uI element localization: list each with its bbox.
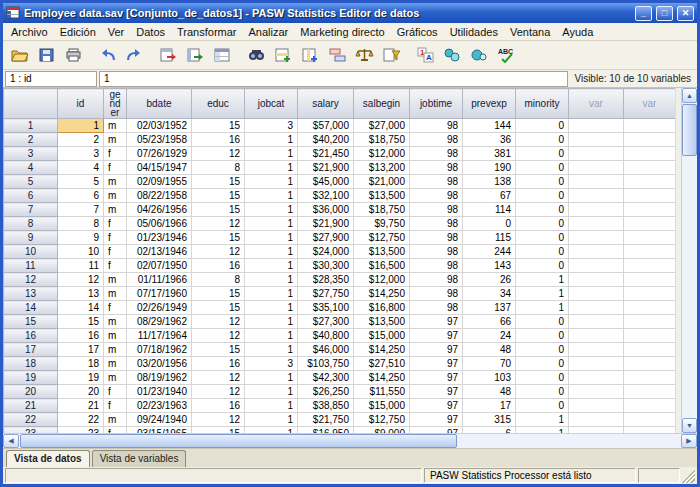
show-all-variables-icon[interactable] [466,42,493,68]
cell[interactable]: 98 [410,245,463,259]
cell[interactable] [624,315,676,329]
cell[interactable]: 02/26/1949 [127,301,192,315]
cell[interactable]: 0 [516,371,569,385]
cell[interactable] [569,217,624,231]
cell[interactable]: 21 [58,399,104,413]
cell[interactable]: $35,100 [298,301,354,315]
cell[interactable]: 12 [192,315,245,329]
column-header-var[interactable]: var [569,89,624,119]
row-number[interactable]: 19 [4,371,58,385]
cell[interactable]: m [104,413,127,427]
cell[interactable] [569,399,624,413]
column-header-gender[interactable]: gender [104,89,127,119]
horizontal-scroll-track[interactable] [19,434,681,448]
cell[interactable]: 98 [410,119,463,133]
weight-cases-icon[interactable] [351,42,378,68]
cell[interactable]: 4 [58,161,104,175]
cell[interactable]: 1 [245,343,298,357]
menu-archivo[interactable]: Archivo [5,25,54,39]
cell[interactable]: $14,250 [354,287,410,301]
cell[interactable]: 01/23/1946 [127,231,192,245]
cell[interactable]: 15 [192,301,245,315]
cell[interactable]: 18 [58,357,104,371]
cell[interactable]: 36 [463,133,516,147]
cell[interactable]: 15 [192,231,245,245]
cell[interactable]: 11/17/1964 [127,329,192,343]
menu-graficos[interactable]: Gráficos [391,25,444,39]
cell[interactable]: 12 [58,273,104,287]
cell[interactable]: 98 [410,301,463,315]
cell[interactable]: 1 [245,161,298,175]
row-number[interactable]: 5 [4,175,58,189]
cell[interactable]: f [104,385,127,399]
cell[interactable]: 3 [245,357,298,371]
cell[interactable] [624,371,676,385]
cell[interactable]: 16 [192,259,245,273]
cell[interactable]: $15,000 [354,329,410,343]
cell[interactable]: 0 [516,217,569,231]
cell[interactable]: 98 [410,287,463,301]
resize-grip[interactable] [682,468,695,483]
cell[interactable]: $21,000 [354,175,410,189]
cell[interactable]: m [104,133,127,147]
cell[interactable]: $21,900 [298,217,354,231]
cell[interactable]: 98 [410,217,463,231]
row-number[interactable]: 15 [4,315,58,329]
cell[interactable]: m [104,287,127,301]
cell[interactable]: $27,750 [298,287,354,301]
cell[interactable]: $38,850 [298,399,354,413]
cell[interactable]: $103,750 [298,357,354,371]
cell[interactable]: 7 [58,203,104,217]
cell[interactable] [624,161,676,175]
cell[interactable]: 97 [410,385,463,399]
cell[interactable]: 0 [516,329,569,343]
cell[interactable]: 1 [245,329,298,343]
cell[interactable]: 1 [245,259,298,273]
cell[interactable]: $45,000 [298,175,354,189]
cell[interactable] [569,133,624,147]
cell[interactable] [569,329,624,343]
cell[interactable]: $18,750 [354,203,410,217]
cell[interactable]: 67 [463,189,516,203]
cell[interactable] [624,147,676,161]
cell[interactable]: 1 [516,301,569,315]
cell[interactable]: 103 [463,371,516,385]
cell[interactable]: 8 [192,161,245,175]
cell[interactable] [624,385,676,399]
cell[interactable]: $32,100 [298,189,354,203]
cell[interactable]: f [104,301,127,315]
cell[interactable]: 17 [58,343,104,357]
cell[interactable] [569,343,624,357]
cell[interactable]: 190 [463,161,516,175]
cell[interactable]: 01/11/1966 [127,273,192,287]
cell[interactable]: 16 [192,399,245,413]
cell[interactable] [569,259,624,273]
cell-editor-field[interactable]: 1 [99,71,568,87]
cell[interactable]: $24,000 [298,245,354,259]
cell[interactable]: 1 [245,385,298,399]
menu-ver[interactable]: Ver [102,25,131,39]
cell[interactable]: 137 [463,301,516,315]
cell[interactable]: 08/29/1962 [127,315,192,329]
cell[interactable] [624,245,676,259]
select-all-corner[interactable] [4,89,58,119]
cell[interactable]: 16 [58,329,104,343]
cell[interactable]: 1 [245,133,298,147]
cell[interactable]: 1 [245,189,298,203]
cell[interactable]: $12,750 [354,413,410,427]
cell[interactable]: 97 [410,399,463,413]
cell[interactable]: 15 [192,119,245,133]
undo-icon[interactable] [94,42,121,68]
cell[interactable]: 1 [516,273,569,287]
cell[interactable]: 1 [245,399,298,413]
cell[interactable]: 1 [516,413,569,427]
cell[interactable]: 3 [58,147,104,161]
cell[interactable]: 0 [516,343,569,357]
column-header-educ[interactable]: educ [192,89,245,119]
cell[interactable]: 02/07/1950 [127,259,192,273]
cell[interactable]: $26,250 [298,385,354,399]
cell[interactable]: 1 [245,287,298,301]
cell[interactable]: 1 [58,119,104,133]
cell[interactable]: 97 [410,413,463,427]
cell[interactable]: 1 [245,315,298,329]
